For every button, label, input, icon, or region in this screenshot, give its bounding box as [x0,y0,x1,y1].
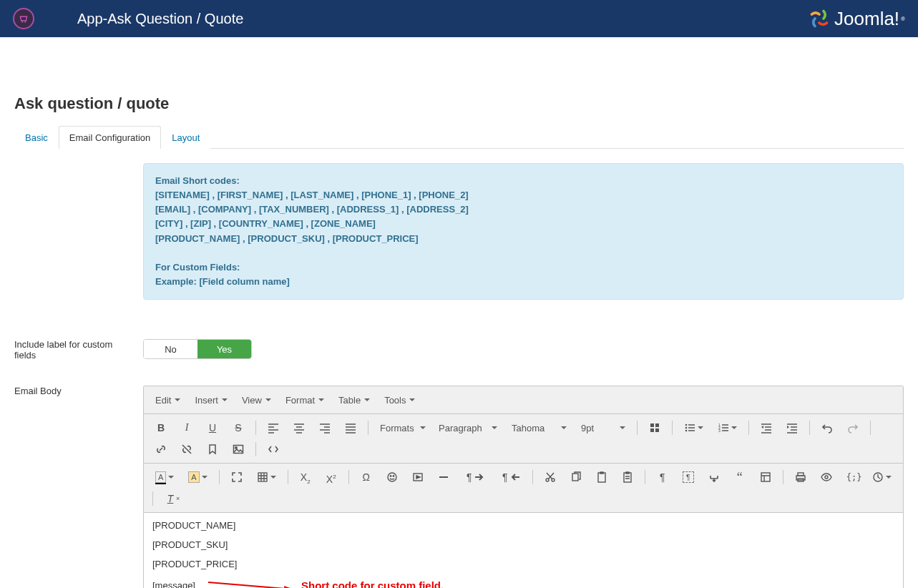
body-line: [PRODUCT_PRICE] [152,559,894,569]
editor-toolbar-1: B I U S Formats Paragraph Tahoma 9pt [144,414,903,464]
arrow-icon [208,578,294,588]
show-blocks-button[interactable]: ¶ [676,468,700,486]
shortcodes-info-box: Email Short codes: [SITENAME] , [FIRST_N… [143,163,904,300]
number-list-button[interactable]: 123 [711,418,743,437]
source-code-button[interactable] [261,440,285,459]
admin-topbar: App-Ask Question / Quote Joomla!® [0,0,918,37]
body-line: [PRODUCT_NAME] [152,520,894,531]
toggle-no-button[interactable]: No [144,340,197,358]
background-color-button[interactable]: A [182,468,213,486]
separator [748,421,749,435]
svg-text:3: 3 [718,428,721,433]
datetime-button[interactable] [866,468,898,486]
svg-rect-24 [624,473,631,482]
shortcodes-line: [SITENAME] , [FIRST_NAME] , [LAST_NAME] … [155,188,892,202]
separator [368,421,368,435]
page-content: Ask question / quote Basic Email Configu… [0,37,918,588]
align-center-button[interactable] [287,418,311,437]
undo-button[interactable] [815,418,839,437]
menu-table[interactable]: Table [332,391,376,409]
code-sample-button[interactable]: {;} [840,468,864,486]
blank-line [155,246,892,260]
svg-point-7 [685,427,688,429]
font-size-dropdown[interactable]: 9pt [575,418,632,437]
align-justify-button[interactable] [338,418,363,437]
fullscreen-button[interactable] [225,468,249,486]
svg-point-1 [24,21,26,23]
formats-dropdown[interactable]: Formats [373,418,431,437]
rich-text-editor: Edit Insert View Format Table Tools B I … [143,386,904,588]
align-left-button[interactable] [261,418,285,437]
redo-button[interactable] [841,418,865,437]
svg-rect-26 [761,473,770,481]
ltr-button[interactable]: ¶ [457,468,492,486]
clear-format-button[interactable]: T× [158,489,186,508]
email-body-field-label: Email Body [14,386,143,588]
bullet-list-button[interactable] [678,418,710,437]
menu-edit[interactable]: Edit [149,391,187,409]
svg-point-19 [546,479,549,481]
config-tabs: Basic Email Configuration Layout [14,126,904,149]
template-button[interactable] [753,468,778,486]
menu-insert[interactable]: Insert [188,391,234,409]
superscript-button[interactable]: X2 [319,468,343,486]
strikethrough-button[interactable]: S [226,418,250,437]
print-button[interactable] [788,468,813,486]
svg-rect-2 [650,423,654,427]
svg-rect-12 [234,446,243,454]
font-family-dropdown[interactable]: Tahoma [505,418,573,437]
rtl-button[interactable]: ¶ [493,468,527,486]
separator [809,421,810,435]
menu-tools[interactable]: Tools [378,391,421,409]
hr-button[interactable] [431,468,456,486]
indent-button[interactable] [780,418,804,437]
svg-rect-22 [598,473,605,482]
svg-point-15 [388,473,396,481]
svg-point-17 [393,476,394,476]
svg-point-8 [685,430,688,432]
subscript-button[interactable]: X2 [293,468,318,486]
copy-button[interactable] [564,468,588,486]
block-format-dropdown[interactable]: Paragraph [432,418,504,437]
unlink-button[interactable] [175,440,199,459]
link-button[interactable] [149,440,173,459]
image-button[interactable] [226,440,250,459]
media-button[interactable] [406,468,430,486]
italic-button[interactable]: I [175,418,199,437]
cut-button[interactable] [538,468,562,486]
annotation-text: Short code for custom field. [301,579,444,588]
separator [219,470,220,484]
tab-layout[interactable]: Layout [161,126,210,149]
paragraph-button[interactable]: ¶ [650,468,675,486]
separator [532,470,533,484]
bold-button[interactable]: B [149,418,173,437]
svg-point-16 [390,476,391,476]
svg-point-13 [235,447,237,449]
blockquote-button[interactable]: “ [728,468,752,486]
tab-email-configuration[interactable]: Email Configuration [59,126,161,149]
align-right-button[interactable] [313,418,337,437]
include-label-toggle: No Yes [143,339,252,359]
paste-text-button[interactable] [615,468,640,486]
shortcodes-line: [PRODUCT_NAME] , [PRODUCT_SKU] , [PRODUC… [155,232,892,246]
outdent-button[interactable] [754,418,778,437]
nbsp-button[interactable] [702,468,726,486]
separator [255,442,256,456]
anchor-button[interactable] [200,440,225,459]
emoticon-button[interactable] [380,468,404,486]
editor-content-area[interactable]: [PRODUCT_NAME] [PRODUCT_SKU] [PRODUCT_PR… [144,513,903,588]
preview-button[interactable] [814,468,839,486]
svg-point-30 [825,476,828,479]
underline-button[interactable]: U [200,418,225,437]
separator [870,421,871,435]
table-button[interactable] [250,468,283,486]
custom-fields-example: Example: [Field column name] [155,275,892,289]
menu-format[interactable]: Format [279,391,331,409]
module-button[interactable] [643,418,667,437]
text-color-button[interactable]: A [149,468,180,486]
toggle-yes-button[interactable]: Yes [197,340,251,358]
paste-button[interactable] [590,468,614,486]
tab-basic[interactable]: Basic [14,126,59,149]
special-char-button[interactable]: Ω [354,468,379,486]
menu-view[interactable]: View [235,391,278,409]
